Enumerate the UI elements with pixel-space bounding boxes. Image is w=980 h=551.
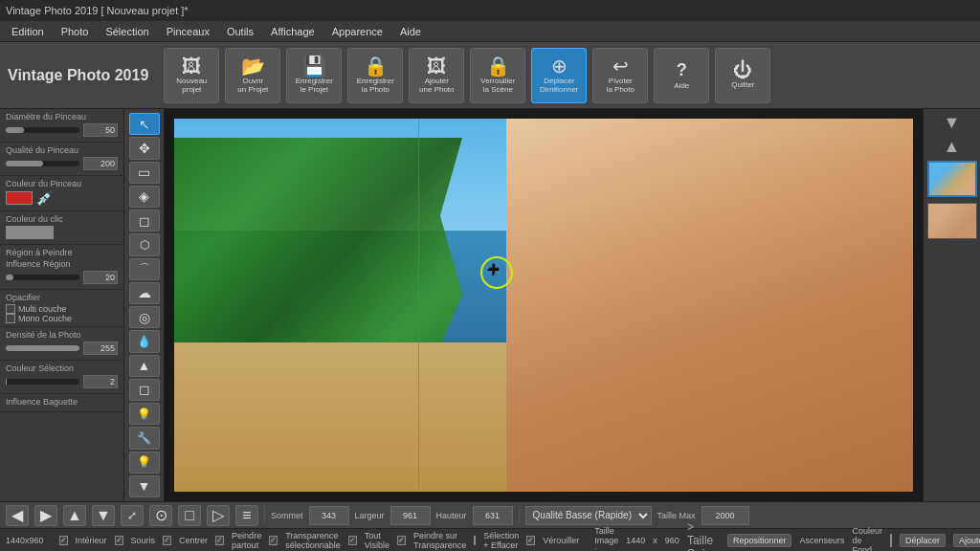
main-area: Diamètre du Pinceau Qualité du Pinceau C… <box>0 109 980 501</box>
menu-edition[interactable]: Edition <box>4 24 52 39</box>
arrow-up-right[interactable]: ▲ <box>944 137 961 157</box>
btn-up[interactable]: ▲ <box>63 505 86 526</box>
hauteur-input[interactable] <box>473 506 513 525</box>
btn-deplacer[interactable]: ⊕ DéplacerDimitionner <box>531 48 587 103</box>
quality-input[interactable] <box>83 157 118 170</box>
tool-lasso[interactable]: ⌒ <box>129 258 160 280</box>
centrer-check[interactable]: ✓ <box>163 536 171 545</box>
tool-circle[interactable]: ◎ <box>129 306 160 328</box>
menu-aide[interactable]: Aide <box>392 24 429 39</box>
fond-color-swatch[interactable] <box>890 534 892 547</box>
menu-outils[interactable]: Outils <box>219 24 261 39</box>
menu-pinceaux[interactable]: Pinceaux <box>159 24 217 39</box>
btn-expand[interactable]: ⤢ <box>121 505 144 526</box>
canvas-area[interactable]: + <box>165 109 923 501</box>
tool-drop[interactable]: 💧 <box>129 330 160 352</box>
tool-tri-down[interactable]: ▼ <box>129 475 160 497</box>
multi-couche-check[interactable] <box>6 304 15 314</box>
diameter-input[interactable] <box>83 123 118 137</box>
btn-pivoter[interactable]: ↩ Pivoterla Photo <box>592 48 648 103</box>
title-bar: Vintage Photo 2019 [ Nouveau projet ]* <box>0 0 980 21</box>
tool-strip: ↖ ✥ ▭ ◈ ◻ ⬡ ⌒ ☁ ◎ 💧 ▲ ◻ 💡 🔧 💡 ▼ <box>124 109 165 501</box>
btn-enreg-projet[interactable]: 💾 Enregistrerle Projet <box>286 48 342 103</box>
quality-slider[interactable] <box>6 161 79 166</box>
mono-couche-row: Mono Couche <box>6 314 118 323</box>
btn-circle[interactable]: ⊙ <box>149 505 172 526</box>
influence-slider[interactable] <box>6 275 79 280</box>
btn-enreg-photo-label: Enregistrerla Photo <box>357 77 394 95</box>
ascenseurs-label: Ascenseurs <box>799 536 844 545</box>
peindre-partout-check[interactable]: ✓ <box>215 536 224 545</box>
btn-down[interactable]: ▼ <box>92 505 115 526</box>
mono-couche-check[interactable] <box>6 314 15 323</box>
verouiller-label: Vérouiller <box>543 536 579 545</box>
btn-nouveau-label: Nouveauprojet <box>176 77 207 95</box>
sommet-input[interactable] <box>309 506 349 525</box>
densite-slider[interactable] <box>6 345 79 351</box>
verouiller-check[interactable]: ✓ <box>526 536 535 545</box>
couleur-fond-label: Couleur de Fond <box>853 526 883 552</box>
thumbnail-1[interactable] <box>927 161 977 197</box>
btn-aide[interactable]: ? Aide <box>654 48 709 103</box>
eyedropper-icon[interactable]: 💉 <box>36 190 53 206</box>
tool-gear[interactable]: 🔧 <box>129 427 160 449</box>
tool-square[interactable]: ◻ <box>129 379 160 401</box>
enreg-projet-icon: 💾 <box>302 56 326 76</box>
aide-icon: ? <box>671 59 692 80</box>
repositionner-btn[interactable]: Repositionner <box>727 534 792 547</box>
souris-label: Souris <box>131 536 156 545</box>
thumbnail-2[interactable] <box>927 203 977 239</box>
tool-light2[interactable]: 💡 <box>129 452 160 474</box>
btn-ajouter[interactable]: 🖼 Ajouterune Photo <box>409 48 464 103</box>
taille-image-label: Taille Image : <box>594 526 618 552</box>
tool-tri-up[interactable]: ▲ <box>129 355 160 377</box>
peindre-transp-check[interactable]: ✓ <box>397 536 406 545</box>
btn-menu[interactable]: ≡ <box>235 505 258 526</box>
tout-visible-check[interactable]: ✓ <box>348 536 357 545</box>
quality-select[interactable]: Qualité Basse (Rapide) <box>525 506 652 525</box>
btn-verrouiller[interactable]: 🔒 Verrouillerla Scène <box>470 48 525 103</box>
influence-region-label: Influence Région <box>6 259 118 269</box>
menu-affichage[interactable]: Affichage <box>263 24 323 39</box>
btn-ouvrir[interactable]: 📂 Ouvrirun Projet <box>225 48 280 103</box>
selection-slider[interactable] <box>6 379 79 385</box>
tool-rect[interactable]: ▭ <box>129 162 160 184</box>
clic-color-swatch[interactable] <box>6 226 54 239</box>
influence-input[interactable] <box>83 271 118 284</box>
btn-nouveau[interactable]: 🖼 Nouveauprojet <box>164 48 219 103</box>
tool-cloud[interactable]: ☁ <box>129 282 160 304</box>
btn-forward[interactable]: ▶ <box>34 505 57 526</box>
densite-input[interactable] <box>83 342 118 355</box>
tool-hex[interactable]: ⬡ <box>129 233 160 255</box>
tool-diamond[interactable]: ◈ <box>129 186 160 208</box>
menu-selection[interactable]: Sélection <box>98 24 156 39</box>
btn-back[interactable]: ◀ <box>6 505 29 526</box>
tool-move[interactable]: ✥ <box>129 137 160 159</box>
largeur-input[interactable] <box>390 506 431 525</box>
selection-label: Couleur Sélection <box>6 364 118 373</box>
souris-check[interactable]: ✓ <box>115 536 123 545</box>
tool-light1[interactable]: 💡 <box>129 403 160 425</box>
color-section: Couleur du Pinceau 💉 <box>0 176 123 211</box>
btn-play[interactable]: ▷ <box>207 505 230 526</box>
tool-eraser[interactable]: ◻ <box>129 209 160 231</box>
menu-photo[interactable]: Photo <box>54 24 97 39</box>
btn-quitter[interactable]: ⏻ Quitter <box>715 48 770 103</box>
selection-input[interactable] <box>83 375 118 388</box>
menu-apparence[interactable]: Apparence <box>324 24 390 39</box>
brush-color-swatch[interactable] <box>6 191 33 205</box>
btn-enreg-photo[interactable]: 🔒 Enregistrerla Photo <box>347 48 403 103</box>
region-label: Région à Peindre <box>6 248 118 257</box>
ajouter-btn[interactable]: Ajouter <box>953 534 980 547</box>
btn-aide-label: Aide <box>674 82 689 91</box>
diameter-slider[interactable] <box>6 127 79 133</box>
interieur-check[interactable]: ✓ <box>59 536 68 545</box>
multi-couche-row: Multi couche <box>6 304 118 314</box>
deplacer-btn[interactable]: Déplacer <box>900 534 946 547</box>
selection-effacer-check[interactable] <box>474 536 476 545</box>
btn-square[interactable]: □ <box>178 505 201 526</box>
transparence-check[interactable]: ✓ <box>269 536 278 545</box>
tool-select[interactable]: ↖ <box>129 113 160 135</box>
diameter-section: Diamètre du Pinceau <box>0 109 123 143</box>
arrow-down-right[interactable]: ▼ <box>944 113 961 133</box>
